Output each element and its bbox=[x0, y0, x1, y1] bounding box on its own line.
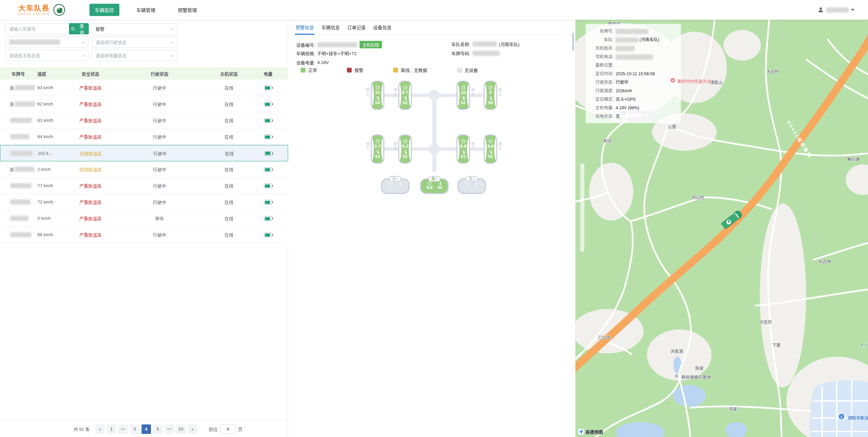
goto-label: 前往 bbox=[209, 426, 218, 432]
plate-redacted bbox=[15, 101, 35, 107]
table-row[interactable]: 77 km/h 严重胎温高 行驶中 在线 bbox=[0, 178, 288, 194]
alarm-filter-value: 报警 bbox=[96, 26, 104, 32]
table-row[interactable]: 81 km/h 严重胎温高 行驶中 在线 bbox=[0, 112, 288, 129]
page-ellipsis[interactable]: ••• bbox=[165, 424, 174, 434]
table-row[interactable]: 68 km/h 严重胎温高 行驶中 在线 bbox=[0, 227, 288, 243]
host-online-badge: 主机在线 bbox=[360, 41, 382, 48]
map-label: 和合 bbox=[603, 137, 612, 144]
spare-tire-2: 备2 -- -- bbox=[457, 178, 486, 194]
fleet-filter-select[interactable] bbox=[5, 36, 88, 48]
user-menu[interactable] bbox=[818, 7, 854, 13]
table-header: 车牌号 速度 安全状态 行驶状态 主机状态 电量 bbox=[0, 67, 288, 80]
safety-status: 严重胎温高 bbox=[65, 117, 116, 124]
chassis-spine bbox=[432, 95, 436, 172]
map-label: 老佐 bbox=[860, 342, 868, 348]
page-button-3[interactable]: 3 bbox=[130, 424, 139, 434]
plate-search-input[interactable]: 请输入车牌号 bbox=[5, 23, 69, 34]
poi-label-fishing: 枫树塘垂钓基地 bbox=[681, 374, 711, 380]
host-status-select[interactable]: 请选择主机状态 bbox=[5, 50, 88, 61]
table-row-selected[interactable]: 102 k... 轻微胎温高 行驶中 在线 bbox=[0, 145, 288, 161]
pressure-gauge-icon bbox=[488, 139, 493, 144]
device-power-label: 设备电量: bbox=[296, 59, 315, 66]
fleet-filter-redacted bbox=[9, 39, 60, 45]
map-label: 均佳坊 bbox=[759, 319, 772, 325]
vehicle-info-overlay: 车牌号: 车队:(河南车队) 司机姓名: 司机电话: 最新位置: 定位时间:20… bbox=[586, 24, 681, 123]
table-row[interactable]: 浙 83 km/h 严重胎温高 行驶中 在线 bbox=[0, 80, 288, 96]
nav-tab-vehicle-manage[interactable]: 车辆管理 bbox=[131, 4, 161, 16]
page-ellipsis[interactable]: ••• bbox=[118, 424, 128, 434]
tab-order-records[interactable]: 订单记录 bbox=[347, 20, 366, 35]
tire-label: 轮2 bbox=[393, 88, 397, 97]
spare-tire-1: 备1 9.8 44 bbox=[420, 178, 449, 194]
tab-alert-info[interactable]: 预警信息 bbox=[295, 20, 315, 35]
legend-normal-swatch bbox=[301, 68, 305, 72]
device-no-label: 设备编号: bbox=[296, 42, 315, 48]
page-button-1[interactable]: 1 bbox=[107, 424, 116, 434]
tab-vehicle-info[interactable]: 车辆信息 bbox=[321, 20, 340, 35]
battery-icon bbox=[264, 102, 272, 107]
page-button-5[interactable]: 5 bbox=[153, 424, 163, 434]
plate-no-redacted bbox=[472, 51, 500, 56]
table-row[interactable]: 0 km/h 严重胎温高 停车 在线 bbox=[0, 210, 288, 227]
pressure-gauge-icon bbox=[403, 85, 407, 90]
poi-marker-school[interactable]: 文 bbox=[838, 413, 845, 420]
map-label: 寒砂塘 bbox=[847, 156, 860, 162]
pressure-gauge-icon bbox=[375, 139, 380, 144]
pressure-gauge-icon bbox=[488, 85, 493, 90]
device-no-redacted bbox=[317, 42, 357, 47]
axle-joint bbox=[429, 144, 440, 155]
fist-logo-icon bbox=[53, 3, 66, 16]
nav-tab-vehicle-monitor[interactable]: 车辆监控 bbox=[89, 4, 119, 16]
safety-status: 严重胎温高 bbox=[65, 133, 116, 140]
alarm-filter-select[interactable]: 报警 bbox=[92, 23, 177, 34]
tab-device-info[interactable]: 设备信息 bbox=[372, 20, 392, 35]
brand-subtitle: DACHE CAPTAIN bbox=[18, 13, 50, 15]
map-label: 大白村 bbox=[766, 68, 779, 75]
goto-page-input[interactable] bbox=[220, 424, 235, 434]
next-page-button[interactable]: › bbox=[188, 424, 197, 434]
poi-marker-fishing[interactable] bbox=[674, 374, 679, 378]
brand-title: 大车队長 bbox=[18, 4, 50, 12]
temperature-icon bbox=[461, 149, 466, 154]
pressure-gauge-icon bbox=[403, 139, 407, 144]
tire-label: 轮7 bbox=[471, 142, 475, 151]
nav-tab-alert-manage[interactable]: 预警管理 bbox=[172, 4, 202, 16]
tire-label: 轮1 bbox=[366, 88, 370, 97]
driving-status-select[interactable]: 请选择行驶状态 bbox=[92, 36, 177, 48]
map-attribution: 高德地图 bbox=[578, 428, 603, 435]
tire-4: 9 56 bbox=[484, 81, 497, 110]
chevron-down-icon bbox=[81, 39, 85, 43]
page-button-10[interactable]: 10 bbox=[176, 424, 186, 434]
plate-redacted bbox=[10, 232, 31, 237]
search-button[interactable]: 查 询 bbox=[69, 23, 89, 34]
plate-redacted bbox=[15, 167, 34, 172]
map-label: 寻家 bbox=[729, 406, 737, 412]
table-row[interactable]: 72 km/h 严重胎温高 行驶中 在线 bbox=[0, 194, 288, 210]
page-button-4-active[interactable]: 4 bbox=[141, 424, 151, 434]
table-row[interactable]: 64 km/h 严重胎温高 行驶中 在线 bbox=[0, 129, 288, 145]
panel-scrollbar[interactable] bbox=[572, 33, 574, 51]
tire-1: 10 54 bbox=[371, 81, 384, 110]
temperature-icon bbox=[461, 96, 466, 100]
pressure-gauge-icon bbox=[375, 85, 380, 90]
poi-marker-committee[interactable]: ★ bbox=[670, 78, 675, 83]
col-safety: 安全状态 bbox=[65, 70, 116, 77]
temperature-icon bbox=[488, 149, 493, 154]
legend-nodevice-swatch bbox=[457, 68, 462, 72]
battery-status-select[interactable]: 请选择电量状态 bbox=[92, 50, 177, 61]
prev-page-button[interactable]: ‹ bbox=[95, 424, 105, 434]
map-view[interactable]: G0422武深高速 黄桥村 傅家山 大白村 公屋 和合 寒砂塘 洪山村 长古林 … bbox=[575, 20, 868, 437]
chevron-down-icon bbox=[170, 39, 174, 43]
table-row[interactable]: 浙 62 km/h 严重胎温高 行驶中 在线 bbox=[0, 96, 288, 112]
battery-icon bbox=[264, 200, 272, 205]
top-navbar: 大车队長 DACHE CAPTAIN 车辆监控 车辆管理 预警管理 bbox=[0, 0, 868, 20]
plate-redacted bbox=[10, 183, 31, 188]
vehicle-list-panel: 请输入车牌号 查 询 报警 请选择行驶状态 请选择主机状态 请选择电量状态 车牌… bbox=[0, 20, 288, 437]
safety-status: 严重胎温高 bbox=[65, 182, 116, 189]
col-speed: 速度 bbox=[37, 70, 65, 77]
map-control-strip[interactable] bbox=[580, 163, 584, 252]
overlay-plate-redacted bbox=[616, 29, 648, 34]
col-host: 主机状态 bbox=[203, 70, 255, 77]
table-row[interactable]: 浙 2 km/h 轻微胎温高 行驶中 在线 bbox=[0, 161, 288, 178]
map-label: 长古林 bbox=[818, 258, 831, 264]
